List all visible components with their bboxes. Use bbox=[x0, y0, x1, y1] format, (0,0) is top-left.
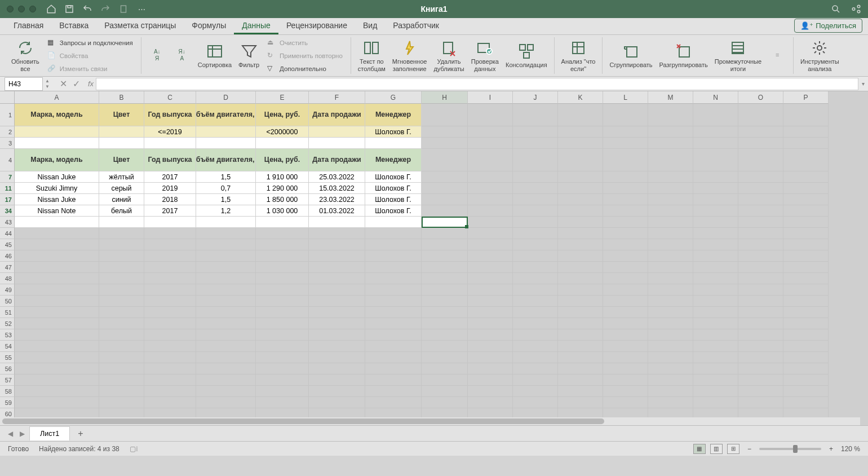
cell[interactable] bbox=[468, 352, 513, 363]
cell[interactable] bbox=[603, 138, 648, 149]
cell[interactable]: Менеджер bbox=[365, 104, 422, 126]
cell[interactable]: Цена, руб. bbox=[256, 104, 309, 126]
cell[interactable] bbox=[196, 239, 256, 250]
cell[interactable]: Менеджер bbox=[365, 149, 422, 171]
cell[interactable] bbox=[783, 228, 829, 239]
cell[interactable] bbox=[99, 262, 144, 273]
cell[interactable] bbox=[738, 126, 783, 138]
cell[interactable]: Цвет bbox=[99, 104, 144, 126]
cell[interactable]: 2017 bbox=[144, 171, 196, 183]
cell[interactable] bbox=[256, 352, 309, 363]
cell[interactable] bbox=[422, 149, 468, 171]
edit-links-button[interactable]: 🔗Изменить связи bbox=[45, 63, 135, 74]
cell[interactable] bbox=[99, 307, 144, 318]
cell[interactable] bbox=[513, 194, 558, 205]
row-head-57[interactable]: 57 bbox=[0, 374, 15, 386]
cancel-icon[interactable]: ✕ bbox=[60, 78, 67, 89]
row-head-3[interactable]: 3 bbox=[0, 138, 15, 149]
col-head-B[interactable]: B bbox=[99, 91, 144, 104]
cell[interactable] bbox=[513, 183, 558, 194]
cell[interactable]: 25.03.2022 bbox=[309, 171, 365, 183]
cell[interactable] bbox=[513, 329, 558, 341]
cell[interactable] bbox=[738, 217, 783, 228]
cell[interactable] bbox=[365, 386, 422, 397]
cell[interactable] bbox=[558, 386, 603, 397]
cell[interactable] bbox=[422, 183, 468, 194]
cell[interactable] bbox=[365, 307, 422, 318]
cell[interactable] bbox=[738, 386, 783, 397]
row-head-58[interactable]: 58 bbox=[0, 386, 15, 397]
cell[interactable] bbox=[603, 205, 648, 217]
cell[interactable] bbox=[468, 104, 513, 126]
cell[interactable] bbox=[738, 363, 783, 374]
tab-данные[interactable]: Данные bbox=[234, 17, 278, 34]
cell[interactable] bbox=[513, 352, 558, 363]
group-button[interactable]: Сгруппировать bbox=[608, 41, 653, 70]
cell[interactable]: <=2019 bbox=[144, 126, 196, 138]
cell[interactable] bbox=[693, 386, 738, 397]
properties-button[interactable]: 📄Свойства bbox=[45, 50, 135, 61]
cell[interactable] bbox=[693, 250, 738, 262]
cell[interactable] bbox=[309, 126, 365, 138]
cell[interactable] bbox=[15, 307, 99, 318]
data-validation-button[interactable]: Проверка данных bbox=[470, 38, 500, 73]
cell[interactable] bbox=[256, 217, 309, 228]
cell[interactable]: Suzuki Jimny bbox=[15, 183, 99, 194]
cell[interactable] bbox=[603, 104, 648, 126]
col-head-E[interactable]: E bbox=[256, 91, 309, 104]
cell[interactable] bbox=[513, 262, 558, 273]
cell[interactable] bbox=[738, 307, 783, 318]
cell[interactable] bbox=[468, 386, 513, 397]
spreadsheet-grid[interactable]: ABCDEFGHIJKLMNOP 12347111734434445464748… bbox=[0, 91, 868, 425]
cell[interactable] bbox=[648, 228, 693, 239]
cell[interactable] bbox=[468, 194, 513, 205]
cell[interactable] bbox=[468, 273, 513, 284]
cell[interactable] bbox=[558, 239, 603, 250]
cell[interactable] bbox=[15, 126, 99, 138]
cell[interactable]: Nissan Juke bbox=[15, 194, 99, 205]
tab-разметка страницы[interactable]: Разметка страницы bbox=[96, 17, 184, 34]
cell[interactable] bbox=[15, 397, 99, 408]
cell[interactable] bbox=[422, 138, 468, 149]
cell[interactable] bbox=[783, 318, 829, 329]
cell[interactable] bbox=[648, 183, 693, 194]
cell[interactable] bbox=[648, 217, 693, 228]
row-head-47[interactable]: 47 bbox=[0, 262, 15, 273]
col-head-O[interactable]: O bbox=[738, 91, 783, 104]
cell[interactable] bbox=[558, 171, 603, 183]
cell[interactable] bbox=[513, 374, 558, 386]
cell[interactable] bbox=[513, 239, 558, 250]
cell[interactable]: серый bbox=[99, 183, 144, 194]
cell[interactable] bbox=[15, 217, 99, 228]
cell[interactable] bbox=[468, 239, 513, 250]
cell[interactable] bbox=[558, 149, 603, 171]
tab-разработчик[interactable]: Разработчик bbox=[385, 17, 447, 34]
cell[interactable] bbox=[648, 149, 693, 171]
cell[interactable] bbox=[309, 318, 365, 329]
clear-filter-button[interactable]: ⏏Очистить bbox=[265, 37, 345, 49]
tab-главная[interactable]: Главная bbox=[6, 17, 51, 34]
cell[interactable] bbox=[15, 262, 99, 273]
cell[interactable] bbox=[422, 194, 468, 205]
cell[interactable] bbox=[144, 284, 196, 296]
sheet-tab[interactable]: Лист1 bbox=[29, 426, 70, 440]
search-icon[interactable] bbox=[831, 4, 841, 14]
redo-icon[interactable] bbox=[100, 4, 110, 14]
cell[interactable] bbox=[513, 397, 558, 408]
cell[interactable] bbox=[783, 329, 829, 341]
cell[interactable]: Шолохов Г. bbox=[365, 205, 422, 217]
row-head-48[interactable]: 48 bbox=[0, 273, 15, 284]
share-button[interactable]: 👤⁺ Поделиться bbox=[794, 19, 862, 33]
cell[interactable] bbox=[558, 194, 603, 205]
cell[interactable] bbox=[693, 307, 738, 318]
cell[interactable] bbox=[468, 329, 513, 341]
cell[interactable] bbox=[468, 171, 513, 183]
row-head-43[interactable]: 43 bbox=[0, 217, 15, 228]
cell[interactable] bbox=[603, 374, 648, 386]
cell[interactable] bbox=[196, 217, 256, 228]
cell[interactable] bbox=[648, 318, 693, 329]
analysis-tools-button[interactable]: Инструменты анализа bbox=[799, 38, 840, 73]
cell[interactable] bbox=[738, 352, 783, 363]
cell[interactable] bbox=[693, 194, 738, 205]
cell[interactable]: жёлтый bbox=[99, 171, 144, 183]
